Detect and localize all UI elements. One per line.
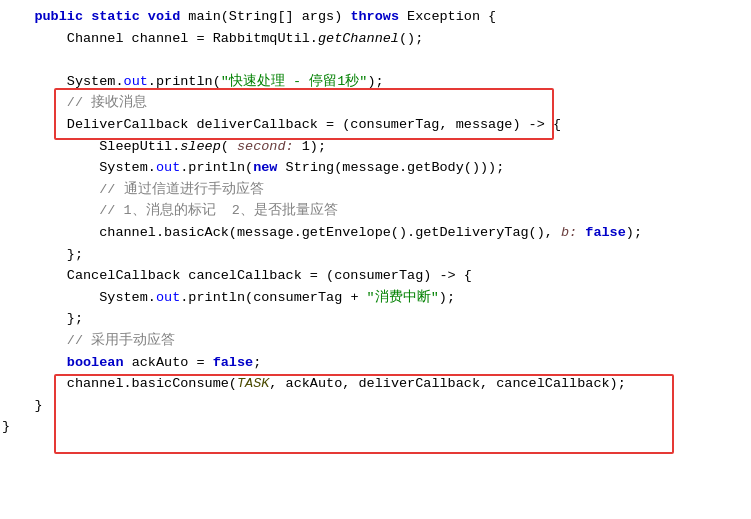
token: Channel channel = RabbitmqUtil.	[2, 31, 318, 46]
token: Exception {	[399, 9, 496, 24]
token	[2, 333, 67, 348]
line-content: }	[0, 395, 751, 417]
line-content: channel.basicAck(message.getEnvelope().g…	[0, 222, 751, 244]
line-content: boolean ackAuto = false;	[0, 352, 751, 374]
token: };	[2, 247, 83, 262]
line-content: }	[0, 416, 751, 438]
code-line: CancelCallback cancelCallback = (consume…	[0, 265, 751, 287]
token: , ackAuto, deliverCallback, cancelCallba…	[269, 376, 625, 391]
code-container: public static void main(String[] args) t…	[0, 0, 751, 519]
code-line: };	[0, 244, 751, 266]
token: }	[2, 419, 10, 434]
token: }	[2, 398, 43, 413]
code-line: public static void main(String[] args) t…	[0, 6, 751, 28]
token: DeliverCallback deliverCallback = (consu…	[2, 117, 561, 132]
line-content: // 接收消息	[0, 92, 751, 114]
code-line: // 采用手动应答	[0, 330, 751, 352]
code-line: // 通过信道进行手动应答	[0, 179, 751, 201]
code-line: channel.basicAck(message.getEnvelope().g…	[0, 222, 751, 244]
token: b:	[561, 225, 577, 240]
token: ();	[399, 31, 423, 46]
token: "消费中断"	[367, 290, 439, 305]
token: .println(	[180, 160, 253, 175]
token: (	[221, 139, 237, 154]
code-line: System.out.println("快速处理 - 停留1秒");	[0, 71, 751, 93]
line-content: System.out.println(new String(message.ge…	[0, 157, 751, 179]
line-content: DeliverCallback deliverCallback = (consu…	[0, 114, 751, 136]
token: channel.basicConsume(	[2, 376, 237, 391]
code-lines: public static void main(String[] args) t…	[0, 6, 751, 438]
token: ;	[253, 355, 261, 370]
code-line: }	[0, 416, 751, 438]
token: );	[626, 225, 642, 240]
token: );	[367, 74, 383, 89]
token	[2, 95, 67, 110]
token	[140, 9, 148, 24]
code-line: };	[0, 308, 751, 330]
token: main(	[180, 9, 229, 24]
token: new	[253, 160, 277, 175]
token: throws	[350, 9, 399, 24]
code-line	[0, 49, 751, 71]
token: second:	[237, 139, 294, 154]
line-content: System.out.println("快速处理 - 停留1秒");	[0, 71, 751, 93]
line-content: // 1、消息的标记 2、是否批量应答	[0, 200, 751, 222]
code-line: // 接收消息	[0, 92, 751, 114]
token: String(message.getBody()));	[277, 160, 504, 175]
code-line: DeliverCallback deliverCallback = (consu…	[0, 114, 751, 136]
code-line: channel.basicConsume(TASK, ackAuto, deli…	[0, 373, 751, 395]
token	[2, 9, 34, 24]
code-line: // 1、消息的标记 2、是否批量应答	[0, 200, 751, 222]
token: ackAuto =	[124, 355, 213, 370]
token: "快速处理 - 停留1秒"	[221, 74, 368, 89]
line-content	[0, 49, 751, 71]
line-content: Channel channel = RabbitmqUtil.getChanne…	[0, 28, 751, 50]
token: // 采用手动应答	[67, 333, 175, 348]
code-line: boolean ackAuto = false;	[0, 352, 751, 374]
token: String	[229, 9, 278, 24]
line-content: SleepUtil.sleep( second: 1);	[0, 136, 751, 158]
token: // 接收消息	[67, 95, 147, 110]
token: static	[91, 9, 140, 24]
token: // 通过信道进行手动应答	[99, 182, 263, 197]
token: getChannel	[318, 31, 399, 46]
token: CancelCallback cancelCallback = (consume…	[2, 268, 472, 283]
token	[83, 9, 91, 24]
line-content: channel.basicConsume(TASK, ackAuto, deli…	[0, 373, 751, 395]
token: boolean	[67, 355, 124, 370]
token: out	[156, 160, 180, 175]
code-line: System.out.println(consumerTag + "消费中断")…	[0, 287, 751, 309]
token: public	[34, 9, 83, 24]
token: );	[439, 290, 455, 305]
line-content: // 通过信道进行手动应答	[0, 179, 751, 201]
code-line: }	[0, 395, 751, 417]
line-content: };	[0, 308, 751, 330]
token: args)	[294, 9, 351, 24]
line-content: // 采用手动应答	[0, 330, 751, 352]
token: void	[148, 9, 180, 24]
token: out	[124, 74, 148, 89]
line-content: };	[0, 244, 751, 266]
token: .println(	[148, 74, 221, 89]
token: // 1、消息的标记 2、是否批量应答	[99, 203, 338, 218]
token: };	[2, 311, 83, 326]
token: System.	[2, 290, 156, 305]
token: .println(consumerTag +	[180, 290, 366, 305]
line-content: public static void main(String[] args) t…	[0, 6, 751, 28]
token: TASK	[237, 376, 269, 391]
code-line: SleepUtil.sleep( second: 1);	[0, 136, 751, 158]
token: 1);	[294, 139, 326, 154]
token: false	[585, 225, 626, 240]
token	[2, 203, 99, 218]
token	[2, 182, 99, 197]
token: channel.basicAck(message.getEnvelope().g…	[2, 225, 561, 240]
token: out	[156, 290, 180, 305]
code-line: System.out.println(new String(message.ge…	[0, 157, 751, 179]
token: sleep	[180, 139, 221, 154]
token	[2, 355, 67, 370]
token: SleepUtil.	[2, 139, 180, 154]
token: System.	[2, 160, 156, 175]
line-content: CancelCallback cancelCallback = (consume…	[0, 265, 751, 287]
token: []	[277, 9, 293, 24]
line-content: System.out.println(consumerTag + "消费中断")…	[0, 287, 751, 309]
